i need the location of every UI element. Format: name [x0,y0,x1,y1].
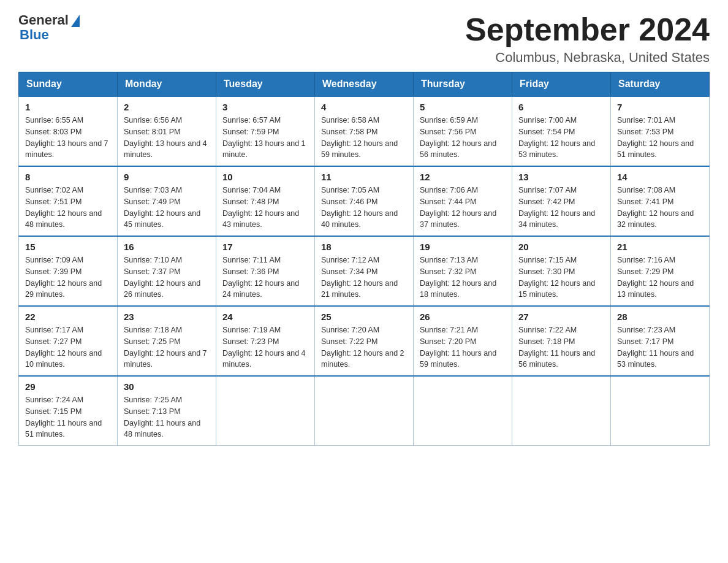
day-info: Sunrise: 7:19 AMSunset: 7:23 PMDaylight:… [222,324,308,370]
day-number: 24 [222,312,308,322]
logo-general-text: General [18,12,69,28]
calendar-cell: 26Sunrise: 7:21 AMSunset: 7:20 PMDayligh… [414,306,512,376]
calendar-cell: 25Sunrise: 7:20 AMSunset: 7:22 PMDayligh… [315,306,414,376]
day-number: 18 [321,242,407,252]
day-number: 13 [518,172,604,182]
day-info: Sunrise: 7:09 AMSunset: 7:39 PMDaylight:… [25,255,111,301]
calendar-cell: 6Sunrise: 7:00 AMSunset: 7:54 PMDaylight… [512,96,611,166]
day-number: 15 [25,242,111,252]
week-row-1: 1Sunrise: 6:55 AMSunset: 8:03 PMDaylight… [19,96,710,166]
calendar-cell: 18Sunrise: 7:12 AMSunset: 7:34 PMDayligh… [315,236,414,306]
day-number: 7 [617,102,703,112]
day-number: 27 [518,312,604,322]
week-row-5: 29Sunrise: 7:24 AMSunset: 7:15 PMDayligh… [19,376,710,446]
title-area: September 2024 Columbus, Nebraska, Unite… [465,12,710,66]
day-info: Sunrise: 7:01 AMSunset: 7:53 PMDaylight:… [617,115,703,161]
day-number: 19 [420,242,506,252]
calendar-cell: 17Sunrise: 7:11 AMSunset: 7:36 PMDayligh… [216,236,315,306]
day-number: 21 [617,242,703,252]
day-info: Sunrise: 7:06 AMSunset: 7:44 PMDaylight:… [420,185,506,231]
day-info: Sunrise: 7:12 AMSunset: 7:34 PMDaylight:… [321,255,407,301]
calendar-cell: 9Sunrise: 7:03 AMSunset: 7:49 PMDaylight… [118,166,216,236]
calendar-cell: 23Sunrise: 7:18 AMSunset: 7:25 PMDayligh… [118,306,216,376]
calendar-cell [611,376,710,446]
calendar-cell [512,376,611,446]
calendar-table: SundayMondayTuesdayWednesdayThursdayFrid… [18,72,710,446]
calendar-cell: 12Sunrise: 7:06 AMSunset: 7:44 PMDayligh… [414,166,512,236]
day-number: 12 [420,172,506,182]
day-number: 8 [25,172,111,182]
calendar-cell: 5Sunrise: 6:59 AMSunset: 7:56 PMDaylight… [414,96,512,166]
calendar-cell: 7Sunrise: 7:01 AMSunset: 7:53 PMDaylight… [611,96,710,166]
logo-blue-text: Blue [18,27,49,43]
day-info: Sunrise: 7:05 AMSunset: 7:46 PMDaylight:… [321,185,407,231]
calendar-cell: 24Sunrise: 7:19 AMSunset: 7:23 PMDayligh… [216,306,315,376]
day-number: 10 [222,172,308,182]
day-info: Sunrise: 7:17 AMSunset: 7:27 PMDaylight:… [25,324,111,370]
calendar-cell: 14Sunrise: 7:08 AMSunset: 7:41 PMDayligh… [611,166,710,236]
calendar-cell [414,376,512,446]
day-number: 26 [420,312,506,322]
day-info: Sunrise: 7:13 AMSunset: 7:32 PMDaylight:… [420,255,506,301]
day-number: 5 [420,102,506,112]
location-text: Columbus, Nebraska, United States [465,50,710,66]
day-number: 22 [25,312,111,322]
day-info: Sunrise: 7:02 AMSunset: 7:51 PMDaylight:… [25,185,111,231]
calendar-cell: 29Sunrise: 7:24 AMSunset: 7:15 PMDayligh… [19,376,118,446]
column-header-wednesday: Wednesday [315,72,414,97]
day-info: Sunrise: 6:55 AMSunset: 8:03 PMDaylight:… [25,115,111,161]
calendar-cell: 1Sunrise: 6:55 AMSunset: 8:03 PMDaylight… [19,96,118,166]
day-info: Sunrise: 7:24 AMSunset: 7:15 PMDaylight:… [25,394,111,440]
day-info: Sunrise: 7:16 AMSunset: 7:29 PMDaylight:… [617,255,703,301]
week-row-3: 15Sunrise: 7:09 AMSunset: 7:39 PMDayligh… [19,236,710,306]
day-number: 14 [617,172,703,182]
column-header-sunday: Sunday [19,72,118,97]
day-number: 29 [25,381,111,392]
calendar-cell: 19Sunrise: 7:13 AMSunset: 7:32 PMDayligh… [414,236,512,306]
calendar-cell: 2Sunrise: 6:56 AMSunset: 8:01 PMDaylight… [118,96,216,166]
day-number: 6 [518,102,604,112]
day-number: 17 [222,242,308,252]
calendar-cell: 30Sunrise: 7:25 AMSunset: 7:13 PMDayligh… [118,376,216,446]
day-info: Sunrise: 6:56 AMSunset: 8:01 PMDaylight:… [124,115,210,161]
day-info: Sunrise: 7:18 AMSunset: 7:25 PMDaylight:… [124,324,210,370]
day-number: 23 [124,312,210,322]
calendar-cell: 21Sunrise: 7:16 AMSunset: 7:29 PMDayligh… [611,236,710,306]
calendar-header-row: SundayMondayTuesdayWednesdayThursdayFrid… [19,72,710,97]
calendar-cell: 27Sunrise: 7:22 AMSunset: 7:18 PMDayligh… [512,306,611,376]
day-number: 1 [25,102,111,112]
day-info: Sunrise: 7:22 AMSunset: 7:18 PMDaylight:… [518,324,604,370]
column-header-monday: Monday [118,72,216,97]
day-info: Sunrise: 7:00 AMSunset: 7:54 PMDaylight:… [518,115,604,161]
week-row-4: 22Sunrise: 7:17 AMSunset: 7:27 PMDayligh… [19,306,710,376]
day-info: Sunrise: 7:23 AMSunset: 7:17 PMDaylight:… [617,324,703,370]
calendar-cell: 4Sunrise: 6:58 AMSunset: 7:58 PMDaylight… [315,96,414,166]
day-info: Sunrise: 6:58 AMSunset: 7:58 PMDaylight:… [321,115,407,161]
day-info: Sunrise: 6:59 AMSunset: 7:56 PMDaylight:… [420,115,506,161]
day-info: Sunrise: 6:57 AMSunset: 7:59 PMDaylight:… [222,115,308,161]
calendar-cell: 15Sunrise: 7:09 AMSunset: 7:39 PMDayligh… [19,236,118,306]
day-number: 4 [321,102,407,112]
calendar-cell: 3Sunrise: 6:57 AMSunset: 7:59 PMDaylight… [216,96,315,166]
calendar-cell: 20Sunrise: 7:15 AMSunset: 7:30 PMDayligh… [512,236,611,306]
column-header-tuesday: Tuesday [216,72,315,97]
day-number: 3 [222,102,308,112]
day-info: Sunrise: 7:08 AMSunset: 7:41 PMDaylight:… [617,185,703,231]
month-title: September 2024 [465,12,710,47]
calendar-cell [216,376,315,446]
week-row-2: 8Sunrise: 7:02 AMSunset: 7:51 PMDaylight… [19,166,710,236]
calendar-cell: 13Sunrise: 7:07 AMSunset: 7:42 PMDayligh… [512,166,611,236]
calendar-cell: 22Sunrise: 7:17 AMSunset: 7:27 PMDayligh… [19,306,118,376]
calendar-cell: 11Sunrise: 7:05 AMSunset: 7:46 PMDayligh… [315,166,414,236]
logo: General Blue [18,12,80,43]
day-number: 9 [124,172,210,182]
day-info: Sunrise: 7:21 AMSunset: 7:20 PMDaylight:… [420,324,506,370]
day-number: 25 [321,312,407,322]
day-info: Sunrise: 7:10 AMSunset: 7:37 PMDaylight:… [124,255,210,301]
calendar-cell: 28Sunrise: 7:23 AMSunset: 7:17 PMDayligh… [611,306,710,376]
day-number: 11 [321,172,407,182]
day-number: 30 [124,381,210,392]
day-info: Sunrise: 7:04 AMSunset: 7:48 PMDaylight:… [222,185,308,231]
page-header: General Blue September 2024 Columbus, Ne… [18,12,710,66]
day-info: Sunrise: 7:11 AMSunset: 7:36 PMDaylight:… [222,255,308,301]
